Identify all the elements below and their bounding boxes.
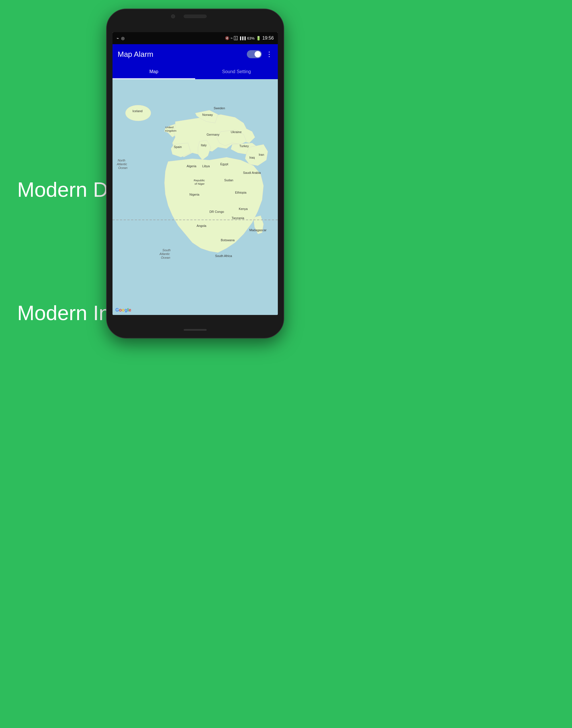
- phone-speaker: [184, 15, 207, 18]
- svg-text:Libya: Libya: [202, 164, 210, 168]
- svg-text:South: South: [162, 248, 171, 252]
- svg-text:Ukraine: Ukraine: [231, 130, 242, 134]
- signal-icon: ▐▐▐: [239, 36, 246, 40]
- tab-map[interactable]: Map: [113, 64, 195, 79]
- app-title: Map Alarm: [118, 50, 153, 59]
- svg-text:Botswana: Botswana: [221, 238, 235, 242]
- svg-text:South Africa: South Africa: [215, 254, 232, 258]
- battery-icon: 🔋: [256, 36, 261, 41]
- svg-text:Germany: Germany: [207, 133, 220, 136]
- svg-text:Ethiopia: Ethiopia: [235, 191, 246, 194]
- svg-text:Kenya: Kenya: [239, 207, 248, 211]
- svg-text:Italy: Italy: [201, 143, 207, 147]
- svg-text:Republic: Republic: [194, 179, 205, 182]
- svg-text:Atlantic: Atlantic: [117, 162, 127, 166]
- svg-text:of Niger: of Niger: [195, 182, 205, 185]
- svg-text:Madagascar: Madagascar: [249, 228, 267, 232]
- tab-bar: Map Sound Setting: [113, 64, 278, 79]
- front-camera: [171, 14, 175, 18]
- google-logo-o1: o: [119, 308, 122, 312]
- google-watermark: Google: [116, 308, 131, 313]
- google-logo-e: e: [129, 308, 131, 312]
- svg-text:Spain: Spain: [174, 145, 182, 149]
- map-svg: Iceland Sweden Norway United Kingdom Ger…: [113, 79, 278, 315]
- usb-icon: ⌁: [117, 36, 119, 41]
- status-bar: ⌁ ◎ 🔇 ≈ 1 ▐▐▐ 63% 🔋 19:56: [113, 32, 278, 44]
- svg-text:Ocean: Ocean: [161, 256, 170, 259]
- svg-point-1: [126, 105, 151, 121]
- svg-text:Atlantic: Atlantic: [159, 252, 170, 256]
- phone-home-indicator: [184, 329, 207, 331]
- svg-text:Turkey: Turkey: [239, 144, 249, 148]
- phone-top-bar: [152, 14, 238, 18]
- battery-percent: 63%: [247, 36, 255, 41]
- phone-device: ⌁ ◎ 🔇 ≈ 1 ▐▐▐ 63% 🔋 19:56 Map A: [106, 9, 284, 338]
- main-toggle[interactable]: [247, 50, 262, 58]
- tab-sound-setting[interactable]: Sound Setting: [195, 64, 278, 79]
- google-logo-g: G: [116, 308, 119, 312]
- svg-text:Sweden: Sweden: [214, 106, 225, 110]
- svg-text:Angola: Angola: [197, 224, 207, 228]
- svg-text:Nigeria: Nigeria: [190, 193, 200, 196]
- phone-screen: ⌁ ◎ 🔇 ≈ 1 ▐▐▐ 63% 🔋 19:56 Map A: [113, 32, 278, 315]
- location-icon: ◎: [121, 36, 125, 41]
- svg-text:Iran: Iran: [259, 153, 264, 156]
- svg-text:Sudan: Sudan: [224, 178, 233, 182]
- svg-text:Tanzania: Tanzania: [232, 216, 244, 220]
- wifi-icon: ≈: [231, 36, 233, 40]
- sim-icon: 1: [234, 36, 237, 40]
- svg-text:Iceland: Iceland: [133, 109, 143, 113]
- svg-text:Saudi Arabia: Saudi Arabia: [243, 171, 261, 174]
- svg-text:North: North: [118, 159, 126, 162]
- svg-text:Egypt: Egypt: [220, 162, 228, 166]
- status-left-icons: ⌁ ◎: [117, 36, 125, 41]
- app-bar: Map Alarm ⋮: [113, 44, 278, 64]
- more-menu-button[interactable]: ⋮: [266, 50, 273, 58]
- svg-text:Ocean: Ocean: [118, 166, 128, 169]
- svg-text:DR Congo: DR Congo: [210, 210, 224, 214]
- google-logo-g2: g: [125, 308, 128, 312]
- svg-text:Norway: Norway: [202, 113, 213, 116]
- svg-text:United: United: [165, 126, 173, 129]
- status-time: 19:56: [262, 35, 274, 41]
- svg-text:Kingdom: Kingdom: [165, 129, 176, 132]
- app-bar-actions: ⋮: [247, 50, 273, 58]
- status-right-area: 🔇 ≈ 1 ▐▐▐ 63% 🔋 19:56: [225, 35, 274, 41]
- google-logo-o2: o: [122, 308, 125, 312]
- svg-text:Algeria: Algeria: [187, 164, 197, 168]
- mute-icon: 🔇: [225, 36, 229, 40]
- map-view[interactable]: Iceland Sweden Norway United Kingdom Ger…: [113, 79, 278, 315]
- svg-text:Iraq: Iraq: [249, 156, 255, 159]
- phone-body: ⌁ ◎ 🔇 ≈ 1 ▐▐▐ 63% 🔋 19:56 Map A: [106, 9, 284, 338]
